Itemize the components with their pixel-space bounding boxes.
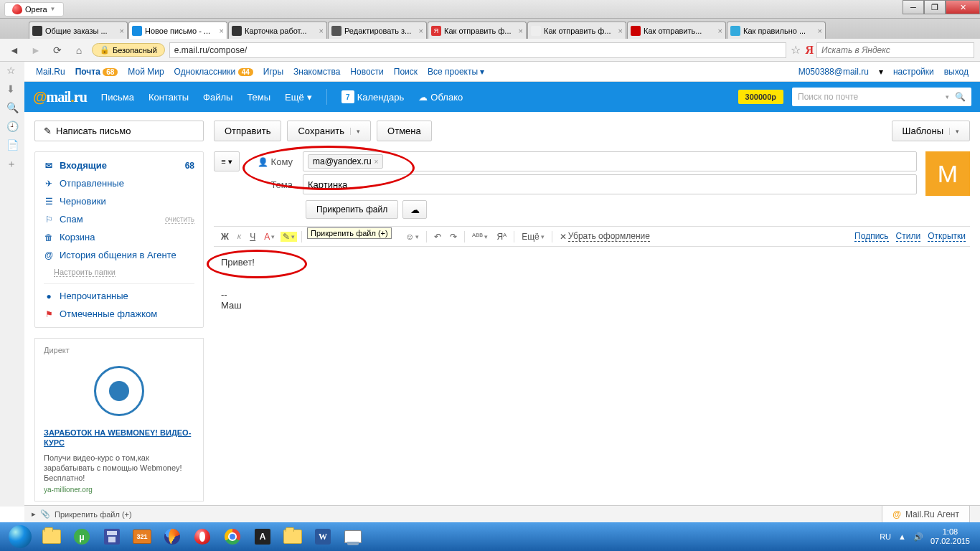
ed-underline[interactable]: Ч: [247, 230, 258, 243]
subject-input[interactable]: [303, 174, 917, 194]
ed-styles[interactable]: Стили: [896, 231, 921, 242]
task-firefox-icon[interactable]: [158, 524, 187, 549]
templates-button[interactable]: Шаблоны: [892, 121, 971, 141]
yandex-search-input[interactable]: [816, 42, 974, 58]
ed-redo[interactable]: ↷: [447, 230, 460, 243]
rail-download-icon[interactable]: ⬇: [6, 83, 18, 95]
tray-volume-icon[interactable]: 🔊: [913, 532, 923, 542]
portal-news[interactable]: Новости: [350, 67, 383, 77]
folder-spam[interactable]: ⚐Спамочистить: [35, 210, 203, 228]
tab[interactable]: Как отправить...×: [627, 22, 726, 39]
configure-folders[interactable]: Настроить папки: [35, 264, 203, 281]
task-explorer-icon[interactable]: [37, 524, 66, 549]
portal-search[interactable]: Поиск: [394, 67, 418, 77]
portal-all[interactable]: Все проекты ▾: [428, 67, 484, 77]
nav-back[interactable]: ◄: [6, 42, 23, 59]
hdr-letters[interactable]: Письма: [101, 92, 134, 103]
portal-dating[interactable]: Знакомства: [293, 67, 340, 77]
tab[interactable]: Общие заказы ...×: [29, 22, 128, 39]
folder-sent[interactable]: ✈Отправленные: [35, 174, 203, 192]
send-button[interactable]: Отправить: [214, 121, 281, 141]
rail-add-icon[interactable]: ＋: [6, 158, 18, 169]
tab[interactable]: Как отправить ф...×: [527, 22, 626, 39]
nav-forward[interactable]: ►: [27, 42, 44, 59]
ed-undo[interactable]: ↶: [431, 230, 444, 243]
hdr-cloud[interactable]: ☁Облако: [418, 92, 463, 103]
hdr-contacts[interactable]: Контакты: [149, 92, 189, 103]
task-save-icon[interactable]: [98, 524, 126, 549]
tab-close-icon[interactable]: ×: [519, 27, 523, 35]
tab-close-icon[interactable]: ×: [419, 27, 423, 35]
to-input[interactable]: ma@yandex.ru×: [303, 151, 917, 171]
logout-link[interactable]: выход: [944, 67, 969, 77]
promo-button[interactable]: 300000р: [738, 90, 783, 104]
ed-bold[interactable]: Ж: [218, 230, 232, 243]
ed-clear-format[interactable]: ✕ Убрать оформление: [557, 230, 653, 243]
start-button[interactable]: [4, 524, 36, 550]
folder-unread[interactable]: ●Непрочитанные: [35, 287, 203, 305]
task-opera-icon[interactable]: [188, 524, 217, 549]
editor-body[interactable]: Привет! -- Маш: [214, 247, 970, 433]
portal-mailru[interactable]: Mail.Ru: [36, 67, 65, 77]
folder-inbox[interactable]: ✉Входящие68: [35, 156, 203, 174]
rail-history-icon[interactable]: 🕘: [6, 121, 18, 132]
ed-italic[interactable]: К: [235, 232, 244, 242]
attach-file-button[interactable]: Прикрепить файл: [306, 200, 398, 219]
recipient-chip[interactable]: ma@yandex.ru×: [308, 154, 383, 169]
ed-cards[interactable]: Открытки: [928, 231, 966, 242]
task-chrome-icon[interactable]: [218, 524, 247, 549]
chip-remove-icon[interactable]: ×: [374, 158, 379, 166]
mailru-agent-bar[interactable]: @ Mail.Ru Агент: [882, 505, 970, 522]
attach-from-cloud-button[interactable]: ☁: [402, 200, 427, 219]
portal-mymir[interactable]: Мой Мир: [128, 67, 164, 77]
tray-lang[interactable]: RU: [880, 532, 891, 541]
spam-clear-button[interactable]: очистить: [165, 215, 194, 224]
task-utorrent-icon[interactable]: µ: [67, 524, 96, 549]
ed-highlight[interactable]: ✎▾: [281, 232, 297, 242]
portal-mail[interactable]: Почта 68: [75, 67, 118, 77]
address-input[interactable]: [169, 42, 787, 58]
hdr-calendar[interactable]: 7Календарь: [341, 90, 405, 103]
window-close[interactable]: ✕: [946, 0, 980, 14]
mailru-logo[interactable]: @mail.ru: [33, 89, 87, 105]
task-paint-icon[interactable]: [339, 524, 367, 549]
tab-close-icon[interactable]: ×: [120, 27, 124, 35]
cancel-button[interactable]: Отмена: [377, 121, 432, 141]
hdr-more[interactable]: Ещё ▾: [285, 92, 312, 103]
portal-games[interactable]: Игры: [263, 67, 283, 77]
ed-color[interactable]: A▾: [261, 230, 278, 243]
settings-link[interactable]: настройки: [893, 67, 934, 77]
rail-note-icon[interactable]: 📄: [6, 139, 18, 151]
tab-close-icon[interactable]: ×: [319, 27, 324, 35]
bookmark-star-icon[interactable]: ☆: [791, 43, 801, 57]
task-av-icon[interactable]: A: [248, 524, 277, 549]
compose-options-button[interactable]: ≡ ▾: [214, 151, 240, 171]
ad-image[interactable]: [44, 360, 194, 422]
attach-shortcut-label[interactable]: Прикрепить файл (+): [55, 510, 132, 519]
folder-trash[interactable]: 🗑Корзина: [35, 228, 203, 246]
folder-agent-history[interactable]: @История общения в Агенте: [35, 246, 203, 264]
window-minimize[interactable]: ─: [903, 0, 924, 14]
ed-emoji[interactable]: ☺▾: [402, 230, 422, 243]
tree-toggle-icon[interactable]: ▸: [32, 509, 36, 519]
nav-home[interactable]: ⌂: [70, 42, 88, 59]
rail-star-icon[interactable]: ☆: [6, 65, 18, 76]
tab-close-icon[interactable]: ×: [220, 27, 224, 35]
ed-spellcheck[interactable]: ᴬᴮᴮ▾: [469, 230, 491, 243]
hdr-files[interactable]: Файлы: [203, 92, 232, 103]
tab-active[interactable]: Новое письмо - ...×: [128, 22, 227, 39]
user-email[interactable]: M050388@mail.ru: [798, 67, 869, 77]
tab-close-icon[interactable]: ×: [618, 27, 623, 35]
task-mpc-icon[interactable]: 321: [128, 524, 156, 549]
tab-close-icon[interactable]: ×: [818, 27, 822, 35]
tab-close-icon[interactable]: ×: [718, 27, 722, 35]
tab[interactable]: Карточка работ...×: [228, 22, 327, 39]
nav-reload[interactable]: ⟳: [49, 42, 66, 59]
folder-flagged[interactable]: ⚑Отмеченные флажком: [35, 305, 203, 323]
portal-ok[interactable]: Одноклассники 44: [174, 67, 253, 77]
compose-button[interactable]: ✎Написать письмо: [34, 121, 204, 141]
tab[interactable]: Редактировать з...×: [328, 22, 427, 39]
mail-search-input[interactable]: Поиск по почте▾🔍: [792, 88, 971, 106]
tray-up-icon[interactable]: ▲: [898, 532, 906, 541]
task-explorer2-icon[interactable]: [278, 524, 307, 549]
